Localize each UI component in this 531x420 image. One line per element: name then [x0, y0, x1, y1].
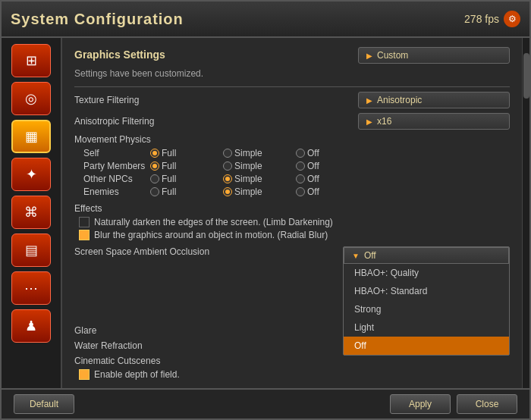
checkbox-radial-label: Blur the graphics around an object in mo… [94, 230, 328, 240]
radio-circle-party-off [296, 161, 305, 171]
physics-row-npcs: Other NPCs Full Simple Off [74, 174, 510, 184]
sidebar-icon-graphics[interactable]: ▦ [11, 120, 51, 153]
effects-title: Effects [74, 203, 510, 214]
close-button[interactable]: Close [457, 394, 517, 414]
sidebar-icon-sound[interactable]: ◎ [11, 82, 51, 115]
ssao-option-strong[interactable]: Strong [344, 300, 509, 318]
radio-label-off-party: Off [307, 161, 319, 171]
window-title: System Configuration [11, 11, 184, 28]
radio-enemies-off[interactable]: Off [296, 186, 364, 197]
radio-circle-self-full [150, 149, 159, 158]
content-area: Graphics Settings ▶ Custom Settings have… [62, 38, 522, 388]
bottom-right-buttons: Apply Close [390, 394, 517, 414]
radio-circle-npcs-full [150, 174, 159, 183]
aniso-arrow: ▶ [366, 118, 372, 126]
preset-value: Custom [377, 50, 408, 61]
graphics-title: Graphics Settings [74, 49, 165, 61]
right-scrollbar[interactable] [522, 38, 529, 388]
physics-label-npcs: Other NPCs [74, 174, 150, 184]
radio-circle-enemies-full [150, 187, 159, 196]
radio-npcs-full[interactable]: Full [150, 174, 218, 184]
radio-enemies-full[interactable]: Full [150, 186, 218, 197]
anisotropic-dropdown[interactable]: ▶ x16 [358, 113, 510, 130]
system-config-window: System Configuration 278 fps ⚙ ⊞ ◎ ▦ ✦ ⌘… [0, 0, 531, 420]
radio-party-simple[interactable]: Simple [223, 161, 291, 171]
checkbox-limb-box [79, 217, 90, 227]
ssao-dropdown-overlay: ▼ Off HBAO+: Quality HBAO+: Standard Str… [343, 246, 510, 356]
title-bar: System Configuration 278 fps ⚙ [2, 2, 529, 38]
ssao-drop-arrow: ▼ [352, 252, 360, 260]
physics-row-party: Party Members Full Simple Off [74, 161, 510, 171]
radio-label-off-self: Off [307, 148, 319, 158]
radio-npcs-simple[interactable]: Simple [223, 174, 291, 184]
physics-options-self: Full Simple Off [150, 148, 510, 158]
texture-filtering-value: Anisotropic [377, 95, 422, 105]
bottom-bar: Default Apply Close [2, 388, 529, 418]
checkbox-depth-label: Enable depth of field. [94, 369, 180, 380]
graphics-sub: Settings have been customized. [74, 68, 510, 79]
sidebar-icon-tools[interactable]: ✦ [11, 158, 51, 191]
radio-label-simple-self: Simple [234, 148, 262, 158]
movement-physics-section: Movement Physics Self Full Simple [74, 134, 510, 197]
ssao-current-value: Off [364, 250, 376, 261]
radio-circle-self-simple [223, 149, 232, 158]
scrollbar-thumb [523, 53, 529, 99]
anisotropic-label: Anisotropic Filtering [74, 116, 358, 127]
ssao-option-hbao-quality[interactable]: HBAO+: Quality [344, 264, 509, 282]
sidebar-icon-person[interactable]: ♟ [11, 309, 51, 343]
radio-label-off-npcs: Off [307, 174, 319, 184]
ssao-container: Screen Space Ambient Occlusion ▼ Off HBA… [74, 246, 510, 257]
texture-filtering-row: Texture Filtering ▶ Anisotropic [74, 92, 510, 108]
apply-button[interactable]: Apply [390, 394, 451, 414]
radio-circle-party-full [150, 161, 159, 171]
sidebar-icon-monitor[interactable]: ⊞ [11, 44, 51, 77]
ssao-option-light[interactable]: Light [344, 318, 509, 337]
gear-icon[interactable]: ⚙ [504, 11, 520, 27]
preset-dropdown[interactable]: ▶ Custom [358, 47, 510, 64]
radio-self-simple[interactable]: Simple [223, 148, 291, 158]
checkbox-radial-box [79, 230, 90, 240]
physics-label-enemies: Enemies [74, 186, 150, 197]
checkbox-depth-of-field[interactable]: Enable depth of field. [74, 369, 510, 380]
radio-self-off[interactable]: Off [296, 148, 364, 158]
checkbox-radial-blur[interactable]: Blur the graphics around an object in mo… [74, 230, 510, 240]
radio-label-simple-enemies: Simple [234, 186, 262, 197]
sidebar: ⊞ ◎ ▦ ✦ ⌘ ▤ ⋯ ♟ [2, 38, 62, 388]
physics-options-enemies: Full Simple Off [150, 186, 510, 197]
sidebar-icon-dots[interactable]: ⋯ [11, 271, 51, 305]
radio-npcs-off[interactable]: Off [296, 174, 364, 184]
default-button[interactable]: Default [14, 394, 74, 414]
texture-filtering-dropdown[interactable]: ▶ Anisotropic [358, 92, 510, 108]
radio-circle-npcs-off [296, 174, 305, 183]
fps-counter: 278 fps [464, 13, 499, 25]
checkbox-limb-label: Naturally darken the edges of the screen… [94, 217, 333, 227]
physics-row-self: Self Full Simple Off [74, 148, 510, 158]
physics-row-enemies: Enemies Full Simple Off [74, 186, 510, 197]
preset-arrow: ▶ [366, 52, 372, 60]
radio-self-full[interactable]: Full [150, 148, 218, 158]
radio-party-off[interactable]: Off [296, 161, 364, 171]
radio-label-off-enemies: Off [307, 186, 319, 197]
physics-label-party: Party Members [74, 161, 150, 171]
physics-label-self: Self [74, 148, 150, 158]
physics-options-npcs: Full Simple Off [150, 174, 510, 184]
checkbox-depth-box [79, 369, 90, 380]
radio-party-full[interactable]: Full [150, 161, 218, 171]
radio-circle-npcs-simple [223, 174, 232, 183]
sidebar-icon-gamepad[interactable]: ⌘ [11, 196, 51, 229]
ssao-option-hbao-standard[interactable]: HBAO+: Standard [344, 282, 509, 300]
radio-label-full-party: Full [162, 161, 176, 171]
divider-1 [74, 86, 510, 87]
fps-display: 278 fps ⚙ [464, 11, 520, 27]
radio-label-full-npcs: Full [162, 174, 176, 184]
movement-physics-title: Movement Physics [74, 134, 510, 145]
sidebar-icon-document[interactable]: ▤ [11, 234, 51, 267]
radio-circle-self-off [296, 149, 305, 158]
ssao-dropdown-header[interactable]: ▼ Off [344, 247, 509, 264]
radio-circle-party-simple [223, 161, 232, 171]
texture-filtering-label: Texture Filtering [74, 95, 358, 105]
ssao-option-off[interactable]: Off [344, 337, 509, 355]
radio-enemies-simple[interactable]: Simple [223, 186, 291, 197]
physics-options-party: Full Simple Off [150, 161, 510, 171]
checkbox-limb-darkening[interactable]: Naturally darken the edges of the screen… [74, 217, 510, 227]
